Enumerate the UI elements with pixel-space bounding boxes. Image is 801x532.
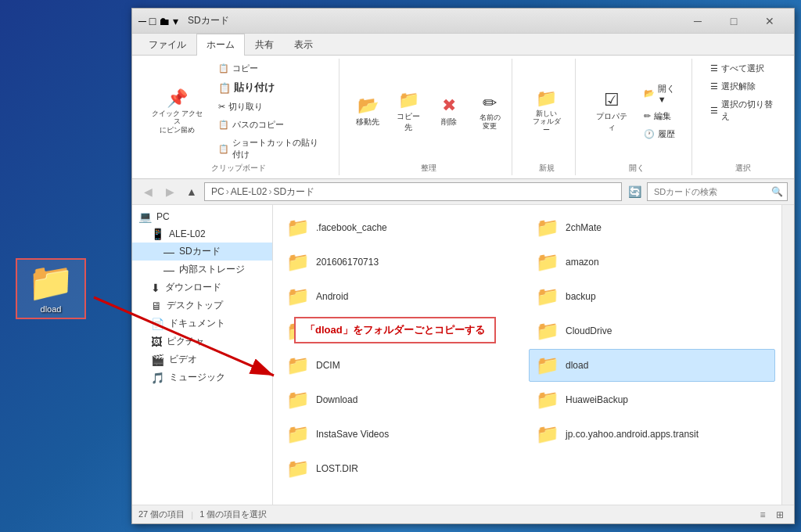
up-button[interactable]: ▲ [182,182,201,201]
minimize-button[interactable]: ─ [680,9,716,33]
view-details-button[interactable]: ≡ [755,508,770,522]
new-folder-button[interactable]: 📁 新しいフォルダー [525,84,568,138]
forward-button[interactable]: ▶ [160,182,179,201]
open-icon: 📂 [644,88,655,99]
deselect-button[interactable]: ☰ 選択解除 [705,78,781,95]
path-pc: PC [211,186,224,197]
refresh-button[interactable]: 🔄 [625,182,644,201]
nav-label-internal: 内部ストレージ [179,263,245,276]
desktop-folder-dload[interactable]: 📁 dload [16,258,86,319]
close-button[interactable]: ✕ [752,9,788,33]
ribbon-group-clipboard: 📌 クイック アクセスにピン留め 📋 コピー 📋 貼り付け ✂ [138,59,339,175]
copy-to-icon: 📁 [398,90,419,110]
nav-label-pictures: ピクチャ [167,335,204,348]
delete-button[interactable]: ✖ 削除 [430,92,468,131]
file-item[interactable]: 📁HuaweiBackup [529,383,775,416]
scissors-icon: ✂ [218,102,225,112]
file-item[interactable]: 📁201606170713 [279,246,526,279]
pin-icon: 📌 [167,88,188,109]
paste-button[interactable]: 📋 貼り付け [213,78,332,97]
select-all-button[interactable]: ☰ すべて選択 [705,60,781,77]
folder-icon: 📁 [536,286,559,307]
nav-item-music[interactable]: 🎵 ミュージック [132,368,272,386]
file-item[interactable]: 📁DCIM [279,349,526,382]
tab-file[interactable]: ファイル [138,34,196,56]
explorer-window: ─ □ 🖿 ▾ SDカード ─ □ ✕ ファイル ホーム 共有 表示 📌 クイッ… [131,8,795,524]
address-bar: ◀ ▶ ▲ PC › ALE-L02 › SDカード 🔄 🔍 [132,179,794,205]
nav-item-pictures[interactable]: 🖼 ピクチャ [132,332,272,350]
folder-icon: 📁 [536,251,559,273]
annotation-box: 「dload」をフォルダーごとコピーする [294,317,496,343]
properties-label: プロパティ [594,111,630,133]
edit-button[interactable]: ✏ 編集 [638,108,685,124]
main-area: 💻 PC 📱 ALE-L02 — SDカード — 内部ストレージ [132,205,794,505]
open-dropdown-button[interactable]: 📂 開く▼ [638,81,685,106]
file-item[interactable]: 📁InstaSave Videos [279,418,526,451]
file-item[interactable]: 📁jp.co.yahoo.android.apps.transit [529,418,775,451]
nav-item-internal[interactable]: — 内部ストレージ [132,261,272,279]
nav-item-download[interactable]: ⬇ ダウンロード [132,279,272,297]
search-input[interactable] [647,182,788,201]
address-path[interactable]: PC › ALE-L02 › SDカード [204,182,622,201]
scrollbar[interactable] [781,205,794,505]
rename-label: 名前の変更 [480,113,501,131]
folder-icon: 📁 [286,251,310,273]
nav-label-sdcard: SDカード [179,245,221,258]
nav-item-videos[interactable]: 🎬 ビデオ [132,350,272,368]
nav-label-ale: ALE-L02 [169,228,206,239]
copy-to-label: コピー先 [395,111,422,133]
file-item[interactable]: 📁backup [529,280,775,313]
tab-view[interactable]: 表示 [284,34,323,56]
nav-item-desktop[interactable]: 🖥 デスクトップ [132,297,272,315]
ribbon: 📌 クイック アクセスにピン留め 📋 コピー 📋 貼り付け ✂ [132,56,794,179]
quick-access-button[interactable]: 📌 クイック アクセスにピン留め [145,84,210,138]
view-tiles-button[interactable]: ⊞ [772,508,788,522]
properties-button[interactable]: ☑ プロパティ [588,86,635,136]
file-item[interactable]: 📁2chMate [529,211,775,244]
copy-path-button[interactable]: 📋 パスのコピー [213,117,332,133]
move-to-button[interactable]: 📂 移動先 [349,92,386,131]
copy-to-button[interactable]: 📁 コピー先 [390,86,427,136]
view-buttons: ≡ ⊞ [755,508,788,522]
nav-item-sdcard[interactable]: — SDカード [132,243,272,261]
nav-item-ale[interactable]: 📱 ALE-L02 [132,225,272,243]
file-item[interactable]: 📁Android [279,280,526,313]
ribbon-group-select: ☰ すべて選択 ☰ 選択解除 ☰ 選択の切り替え 選択 [699,59,788,175]
paste-shortcut-button[interactable]: 📋 ショートカットの貼り付け [213,135,332,163]
nav-item-documents[interactable]: 📄 ドキュメント [132,315,272,332]
select-all-icon: ☰ [710,63,718,74]
clipboard-buttons: 📌 クイック アクセスにピン留め 📋 コピー 📋 貼り付け ✂ [145,60,332,163]
file-name: DCIM [316,360,340,371]
cut-button[interactable]: ✂ 切り取り [213,99,332,115]
nav-item-pc[interactable]: 💻 PC [132,208,272,225]
folder-icon: 📁 [536,354,559,376]
file-item[interactable]: 📁dload [529,349,775,382]
maximize-button[interactable]: □ [716,9,752,33]
delete-label: 削除 [441,117,457,128]
folder-icon: 📁 [536,320,559,342]
tab-share[interactable]: 共有 [245,34,284,56]
move-label: 移動先 [356,117,379,128]
tab-home[interactable]: ホーム [196,34,245,56]
properties-icon: ☑ [604,90,620,110]
copy-button[interactable]: 📋 コピー [213,60,332,77]
new-folder-label: 新しいフォルダー [530,110,562,135]
back-button[interactable]: ◀ [138,182,157,201]
file-item[interactable]: 📁LOST.DIR [279,452,526,485]
file-item[interactable]: 📁Download [279,383,526,416]
videos-icon: 🎬 [151,354,164,366]
title-icon: ─ □ 🖿 ▾ [138,15,178,27]
file-item[interactable]: 📁.facebook_cache [279,211,526,244]
storage-icon: — [163,264,174,276]
folder-icon: 📁 [536,423,559,445]
desktop-folder-icon: 📁 [27,264,74,301]
rename-button[interactable]: ✏ 名前の変更 [471,89,508,135]
nav-label-pc: PC [156,211,170,222]
file-item[interactable]: 📁amazon [529,246,775,279]
history-button[interactable]: 🕐 履歴 [638,126,685,142]
history-icon: 🕐 [644,129,655,139]
folder-icon: 📁 [536,217,559,239]
file-item[interactable]: 📁CloudDrive [529,315,775,347]
invert-selection-button[interactable]: ☰ 選択の切り替え [705,96,781,124]
file-name: 2chMate [566,222,602,233]
